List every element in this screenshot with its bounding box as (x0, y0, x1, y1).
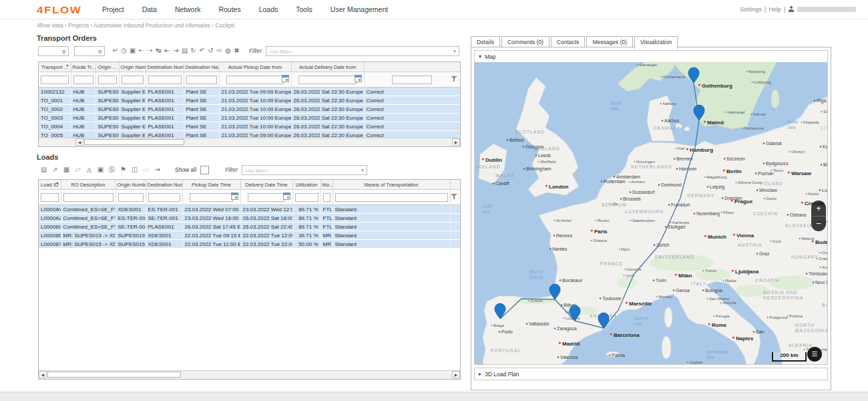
release-order-icon[interactable]: ▣ (128, 45, 137, 56)
network-icon[interactable]: ◬ (83, 164, 95, 175)
assign-icon[interactable]: ⇢ (146, 45, 154, 56)
counter-field[interactable]: 0 (38, 46, 69, 56)
zoom-out-button[interactable]: − (811, 216, 826, 231)
move-order-icon[interactable]: ⇥ (172, 45, 180, 56)
show-all-checkbox[interactable] (200, 166, 209, 174)
table-row[interactable]: L0000AZCombined_ES>SE_FTL-STDES-TER-001S… (39, 214, 460, 223)
table-row[interactable]: 10002132HUBSUPES013Supplier ESPLASE001Pl… (39, 88, 460, 96)
nav-data[interactable]: Data (142, 5, 157, 13)
table-row[interactable]: L0000AYCombined_ES>SE_FTL-STDXDES001ES-T… (39, 205, 460, 214)
filter-funnel-icon[interactable] (451, 194, 457, 200)
scroll-right-icon[interactable]: ▶ (452, 138, 460, 146)
map-canvas[interactable]: StavangerKristiansandGothenburgNyköpingL… (475, 62, 827, 364)
column-header-delivery-date-time[interactable]: Delivery Date Time (240, 180, 292, 190)
calendar-icon[interactable] (283, 192, 290, 200)
scrollbar-thumb[interactable] (47, 372, 181, 378)
column-filter-input[interactable] (186, 76, 217, 84)
nav-loads[interactable]: Loads (259, 5, 278, 13)
map-section-header[interactable]: ▾ Map (475, 51, 827, 62)
globe-icon[interactable]: ◍ (224, 45, 232, 56)
column-filter-input[interactable] (122, 76, 144, 84)
breadcrumb[interactable]: 4flow vista › Projects › Automotive Inbo… (37, 22, 234, 29)
column-filter-input[interactable] (148, 76, 182, 84)
column-header-route-tr[interactable]: Route Tr... (71, 62, 95, 72)
column-header-origin-number[interactable]: Origin Number (116, 180, 146, 190)
scroll-left-icon[interactable]: ◀ (75, 138, 83, 146)
column-header-actual-pickup-date-from[interactable]: Actual Pickup Date from (219, 62, 291, 72)
column-filter-input[interactable] (190, 193, 233, 202)
undo-icon[interactable]: ↶ (198, 45, 206, 56)
recalculate-icon[interactable]: ↺ (206, 45, 215, 56)
column-header-destination-number[interactable]: Destination Number (146, 180, 182, 190)
help-link[interactable]: Help (769, 6, 781, 13)
statistics-icon[interactable]: ▤ (180, 45, 189, 56)
optimize-route-icon[interactable]: ⇗ (49, 164, 61, 175)
unlink-icon[interactable]: ⇄ (72, 164, 83, 175)
counter-field[interactable]: 0 (74, 46, 105, 56)
column-filter-input[interactable] (295, 193, 318, 202)
nav-project[interactable]: Project (102, 5, 124, 13)
column-filter-input[interactable] (98, 76, 117, 84)
calendar-icon[interactable] (231, 192, 238, 200)
copy-icon[interactable]: ▭ (140, 164, 152, 175)
reload-icon[interactable]: ↻ (189, 45, 198, 56)
column-filter-input[interactable] (392, 76, 432, 84)
table-row[interactable]: TO_0002HUBSUPES008Supplier ESPLASE001Pla… (39, 105, 460, 114)
column-header-means-of-transportation[interactable]: Means of Transportation (333, 180, 450, 190)
column-header-origin-name[interactable]: Origin Name (119, 62, 146, 72)
transport-orders-filter-select[interactable]: <no filter> ▼ (266, 46, 459, 56)
column-header-origin[interactable]: Origin ... (95, 62, 119, 72)
build-loads-icon[interactable]: ▦ (61, 164, 72, 175)
table-row[interactable]: TO_0001HUBSUPES014Supplier ESPLASE001Pla… (39, 96, 460, 105)
calendar-icon[interactable] (355, 75, 362, 82)
time-window-icon[interactable]: ◷ (120, 45, 128, 56)
nav-network[interactable]: Network (175, 5, 201, 13)
loads-filter-select[interactable]: <no filter> ▼ (242, 165, 367, 175)
user-name-redacted[interactable] (797, 7, 856, 12)
nav-tools[interactable]: Tools (296, 5, 312, 13)
load-plan-section-header[interactable]: ▸ 3D Load Plan (475, 368, 827, 380)
nav-user-management[interactable]: User Management (331, 5, 388, 13)
column-header-ro-description[interactable]: RO Description (61, 180, 116, 190)
table-row[interactable]: L000080Combined_ES>SE_FTL-STDSE-TER-001P… (39, 223, 460, 231)
column-filter-input[interactable] (298, 76, 357, 84)
merge-order-icon[interactable]: ⇤ (163, 45, 172, 56)
column-filter-input[interactable] (248, 193, 285, 202)
column-filter-input[interactable] (118, 193, 144, 202)
column-header-load-id[interactable]: Load ID▲ (39, 180, 61, 190)
split-order-icon[interactable]: ↹ (154, 45, 163, 56)
forward-icon[interactable]: ⇨ (215, 45, 224, 56)
zoom-in-button[interactable]: + (811, 200, 826, 216)
nav-routes[interactable]: Routes (218, 5, 240, 13)
column-header-transport[interactable]: Transport ...▲ (39, 62, 71, 72)
column-filter-input[interactable] (148, 193, 180, 202)
filter-funnel-icon[interactable] (451, 76, 457, 83)
cost-icon[interactable]: Ⓢ (106, 164, 118, 175)
table-row[interactable]: L000086MR: SUPES019 -> XDES001 ...SUPES0… (39, 231, 460, 240)
report-icon[interactable]: ◫ (129, 164, 140, 175)
column-filter-input[interactable] (41, 76, 69, 84)
tab-comments-0[interactable]: Comments (0) (501, 36, 550, 47)
column-header-mo[interactable]: Mo... (320, 180, 333, 190)
column-header-blank[interactable] (364, 62, 460, 72)
tab-messages-0[interactable]: Messages (0) (586, 36, 633, 47)
table-row[interactable]: TO_0004HUBSUPES016Supplier ESPLASE001Pla… (39, 122, 460, 131)
column-filter-input[interactable] (41, 193, 59, 202)
column-header-destination-number[interactable]: Destination Number (146, 62, 184, 72)
loads-hscrollbar[interactable]: ◀ ▶ (39, 370, 460, 379)
scrollbar-thumb[interactable] (84, 139, 184, 145)
export-load-icon[interactable]: ⇥ (152, 164, 163, 175)
column-filter-input[interactable] (323, 193, 331, 202)
column-header-pickup-date-time[interactable]: Pickup Date Time (182, 180, 240, 190)
column-filter-input[interactable] (73, 76, 93, 84)
tab-contacts[interactable]: Contacts (551, 36, 586, 47)
column-filter-input[interactable] (63, 193, 114, 202)
settings-link[interactable]: Settings (740, 6, 762, 13)
column-header-actual-delivery-date-from[interactable]: Actual Delivery Date from (291, 62, 364, 72)
table-row[interactable]: TO_0003HUBSUPES015Supplier ESPLASE001Pla… (39, 114, 460, 122)
scroll-right-icon[interactable]: ▶ (452, 371, 460, 378)
column-header-destination-na[interactable]: Destination Na... (184, 62, 219, 72)
tab-details[interactable]: Details (471, 36, 500, 47)
load-statistics-icon[interactable]: ▤ (38, 164, 49, 175)
unassign-icon[interactable]: ⇠ (137, 45, 146, 56)
